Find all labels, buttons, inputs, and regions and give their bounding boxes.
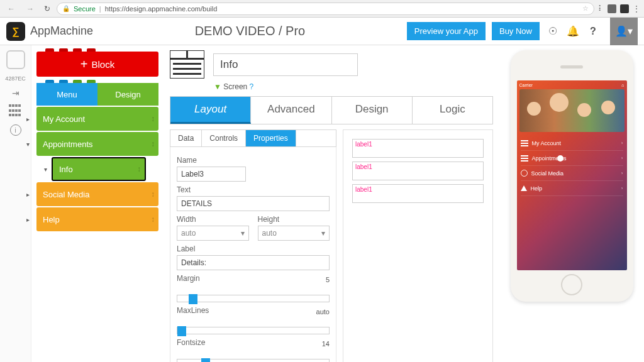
- subtab-data[interactable]: Data: [170, 130, 202, 146]
- browser-menu-icon[interactable]: ⋮: [633, 4, 640, 13]
- app-logo[interactable]: ∑: [6, 22, 25, 41]
- user-menu[interactable]: 👤▾: [610, 18, 638, 45]
- globe-icon[interactable]: ☉: [546, 25, 560, 37]
- design-tab[interactable]: Design: [97, 83, 158, 106]
- url-bar[interactable]: 🔒 Secure | https://design.appmachine.com…: [57, 3, 594, 15]
- ext-icon[interactable]: ⠇: [598, 4, 604, 13]
- block-social-media[interactable]: ▸ Social Media ↕: [36, 182, 158, 206]
- left-rail: 4287EC ⇥ i: [0, 45, 31, 362]
- block-info[interactable]: ▾ Info ↕: [52, 157, 146, 181]
- bell-icon[interactable]: 🔔: [566, 25, 580, 37]
- lock-icon: 🔒: [62, 5, 70, 12]
- text-input[interactable]: [177, 196, 330, 211]
- sub-tabs: Data Controls Properties: [170, 129, 336, 147]
- menu-item-appointments[interactable]: Appointments ›: [521, 151, 623, 166]
- block-tree: +Block Menu Design ▸ My Account ↕ ▾ Appo…: [31, 45, 164, 362]
- reorder-icon[interactable]: ↕: [151, 114, 155, 123]
- width-spinner[interactable]: auto▾: [177, 226, 249, 241]
- reorder-icon[interactable]: ↕: [151, 140, 155, 148]
- rail-grid-icon[interactable]: [9, 104, 23, 118]
- maxlines-slider[interactable]: [177, 327, 330, 334]
- height-spinner[interactable]: auto▾: [258, 226, 330, 241]
- browser-bar: ← → ↻ 🔒 Secure | https://design.appmachi…: [0, 0, 644, 18]
- menu-tab[interactable]: Menu: [36, 83, 97, 106]
- reload-icon[interactable]: ↻: [42, 4, 53, 13]
- preview-label-box[interactable]: label1: [352, 139, 484, 158]
- label-input[interactable]: [177, 255, 330, 270]
- preview-app-button[interactable]: Preview your App: [407, 22, 486, 40]
- app-header: ∑ AppMachine DEMO VIDEO / Pro Preview yo…: [0, 18, 644, 45]
- list-icon: [521, 155, 528, 162]
- rail-info-icon[interactable]: i: [10, 124, 21, 136]
- page-title: DEMO VIDEO / Pro: [93, 24, 407, 38]
- nav-back-icon[interactable]: ←: [4, 4, 19, 13]
- reorder-icon[interactable]: ↕: [137, 165, 141, 173]
- subtab-controls[interactable]: Controls: [202, 130, 246, 146]
- label-label: Label: [177, 244, 330, 253]
- dropdown-icon: ▼: [214, 82, 221, 91]
- spinner-icon: ▾: [321, 229, 325, 238]
- ext-icon[interactable]: [608, 4, 616, 13]
- phone-home-button[interactable]: [561, 274, 582, 295]
- phone-speaker: [560, 65, 583, 69]
- phone-preview: Carrier ⌂ My Account ›: [499, 45, 644, 362]
- block-my-account[interactable]: ▸ My Account ↕: [36, 107, 158, 131]
- properties-panel: Name Text Width auto▾ Height auto▾: [170, 147, 336, 362]
- warning-icon: [521, 185, 527, 191]
- fontsize-slider[interactable]: [177, 359, 330, 362]
- phone-frame: Carrier ⌂ My Account ›: [511, 50, 633, 302]
- chevron-right-icon: ›: [621, 140, 623, 146]
- spinner-icon: ▾: [241, 229, 245, 238]
- tab-design[interactable]: Design: [332, 97, 413, 124]
- tab-layout[interactable]: Layout: [170, 97, 251, 124]
- name-label: Name: [177, 156, 330, 165]
- rail-collapse-icon[interactable]: ⇥: [12, 88, 19, 98]
- menu-item-social[interactable]: Social Media ›: [521, 166, 623, 181]
- secure-label: Secure: [74, 5, 96, 13]
- ext-icon[interactable]: [620, 4, 629, 13]
- margin-label: Margin: [177, 274, 330, 283]
- menu-item-account[interactable]: My Account ›: [521, 136, 623, 151]
- url-text: https://design.appmachine.com/build: [105, 5, 218, 13]
- caret-icon: ▾: [44, 166, 47, 173]
- caret-icon: ▸: [26, 116, 30, 123]
- bookmark-star-icon[interactable]: ☆: [582, 4, 589, 13]
- nav-fwd-icon: →: [23, 4, 38, 13]
- text-label: Text: [177, 185, 330, 194]
- rail-app-icon[interactable]: [6, 50, 25, 69]
- phone-screen[interactable]: Carrier ⌂ My Account ›: [517, 80, 627, 270]
- reorder-icon[interactable]: ↕: [151, 190, 155, 199]
- fontsize-label: Fontsize: [177, 338, 330, 347]
- screen-selector[interactable]: ▼ Screen ?: [214, 82, 493, 91]
- editor-panel: ▼ Screen ? Layout Advanced Design Logic …: [164, 45, 499, 362]
- add-block-button[interactable]: +Block: [36, 52, 158, 77]
- subtab-properties[interactable]: Properties: [246, 130, 296, 146]
- width-label: Width: [177, 215, 249, 224]
- fontsize-value: 14: [322, 340, 330, 348]
- reorder-icon[interactable]: ↕: [151, 215, 155, 224]
- maxlines-label: MaxLines: [177, 306, 330, 315]
- wifi-icon: ⌂: [621, 83, 624, 87]
- help-icon[interactable]: ?: [586, 26, 600, 37]
- name-input[interactable]: [177, 167, 246, 182]
- preview-label-box[interactable]: label1: [352, 184, 484, 203]
- layout-thumb-icon[interactable]: [170, 50, 204, 79]
- block-name-input[interactable]: [213, 53, 358, 76]
- tab-advanced[interactable]: Advanced: [251, 97, 331, 124]
- block-help[interactable]: ▸ Help ↕: [36, 207, 158, 231]
- help-q-icon[interactable]: ?: [250, 82, 254, 91]
- caret-icon: ▸: [26, 191, 30, 198]
- browser-extensions: ⠇ ⋮: [598, 4, 640, 13]
- caret-icon: ▾: [26, 141, 30, 148]
- margin-slider[interactable]: [177, 295, 330, 302]
- buy-now-button[interactable]: Buy Now: [492, 22, 540, 40]
- block-appointments[interactable]: ▾ Appointments ↕: [36, 132, 158, 156]
- status-bar: Carrier ⌂: [517, 80, 627, 89]
- menu-item-help[interactable]: Help ›: [521, 181, 623, 196]
- brand-name: AppMachine: [30, 25, 93, 38]
- list-icon: [521, 140, 528, 146]
- tab-logic[interactable]: Logic: [413, 97, 492, 124]
- chevron-right-icon: ›: [621, 185, 623, 191]
- caret-icon: ▸: [26, 216, 30, 223]
- preview-label-box[interactable]: label1: [352, 162, 484, 180]
